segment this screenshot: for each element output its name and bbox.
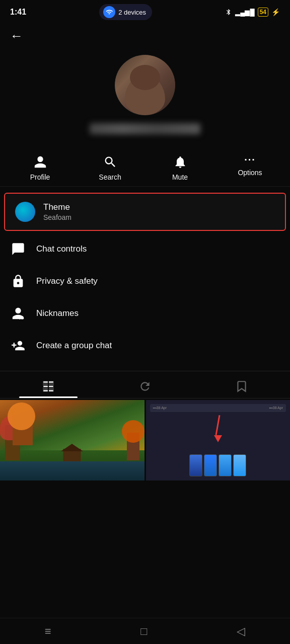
grid-icon (42, 378, 55, 393)
wifi-icon (103, 6, 115, 18)
search-action[interactable]: Search (75, 154, 145, 181)
charging-icon: ⚡ (271, 8, 280, 16)
avatar-image (115, 55, 175, 115)
status-time: 1:41 (10, 8, 26, 17)
battery-indicator: 54 (258, 8, 268, 17)
media-tabs (0, 371, 290, 398)
privacy-safety-label: Privacy & safety (36, 276, 98, 286)
nicknames-label: Nicknames (36, 308, 79, 318)
avatar[interactable] (115, 55, 175, 115)
privacy-safety-item[interactable]: Privacy & safety (0, 265, 290, 297)
nicknames-item[interactable]: A Nicknames (0, 297, 290, 330)
nav-home-icon[interactable]: □ (140, 625, 147, 638)
status-bar: 1:41 2 devices ▂▄▆█ 54 ⚡ (0, 0, 290, 22)
tab-media[interactable] (0, 371, 97, 398)
media-thumb-2[interactable]: •••38 Apr •••38 Apr (146, 400, 291, 480)
svg-rect-4 (49, 387, 54, 392)
back-button[interactable]: ← (0, 22, 290, 50)
nav-back-icon[interactable]: ◁ (237, 625, 245, 638)
theme-text: Theme Seafoam (43, 202, 71, 221)
options-action[interactable]: ··· Options (215, 154, 285, 181)
theme-subtitle: Seafoam (43, 213, 71, 221)
svg-rect-2 (49, 381, 54, 386)
screenshot-image: •••38 Apr •••38 Apr (146, 400, 291, 480)
actions-row: Profile Search Mute ··· Options (0, 144, 290, 187)
tab-bookmark[interactable] (193, 371, 290, 398)
avatar-section (0, 50, 290, 144)
theme-menu-item[interactable]: Theme Seafoam (4, 193, 286, 231)
svg-rect-1 (43, 381, 48, 386)
mute-label: Mute (172, 173, 188, 181)
refresh-icon (138, 378, 152, 393)
media-thumb-1[interactable] (0, 400, 144, 480)
chat-controls-item[interactable]: Chat controls (0, 233, 290, 265)
signal-icon: ▂▄▆█ (235, 9, 254, 16)
theme-title: Theme (43, 202, 71, 212)
mute-action[interactable]: Mute (145, 154, 215, 181)
tab-refresh[interactable] (97, 371, 193, 398)
bluetooth-icon (225, 9, 232, 16)
person-icon (33, 154, 47, 169)
autumn-image (0, 400, 144, 480)
lock-icon (10, 274, 26, 288)
status-center: 2 devices (99, 4, 152, 20)
profile-label: Profile (30, 173, 50, 181)
system-nav-bar: ≡ □ ◁ (0, 618, 290, 644)
profile-action[interactable]: Profile (5, 154, 75, 181)
svg-rect-3 (43, 387, 48, 392)
devices-badge-text: 2 devices (118, 9, 146, 16)
nav-menu-icon[interactable]: ≡ (45, 625, 51, 638)
svg-text:A: A (19, 315, 23, 320)
wifi-badge: 2 devices (99, 4, 152, 20)
nicknames-icon: A (10, 306, 26, 320)
menu-section: Theme Seafoam Chat controls Privacy & sa… (0, 187, 290, 366)
chat-controls-label: Chat controls (36, 244, 87, 254)
status-right: ▂▄▆█ 54 ⚡ (225, 8, 280, 17)
options-label: Options (238, 169, 262, 177)
user-name (90, 123, 200, 134)
search-icon (103, 154, 117, 169)
bookmark-icon (235, 378, 248, 393)
media-grid: •••38 Apr •••38 Apr (0, 398, 290, 480)
chat-icon (10, 242, 26, 256)
theme-color-swatch (15, 202, 35, 222)
create-group-label: Create a group chat (36, 341, 112, 351)
bell-icon (173, 154, 187, 169)
group-add-icon (10, 339, 26, 353)
dots-icon: ··· (244, 154, 256, 165)
create-group-item[interactable]: Create a group chat (0, 330, 290, 362)
search-label: Search (99, 173, 121, 181)
